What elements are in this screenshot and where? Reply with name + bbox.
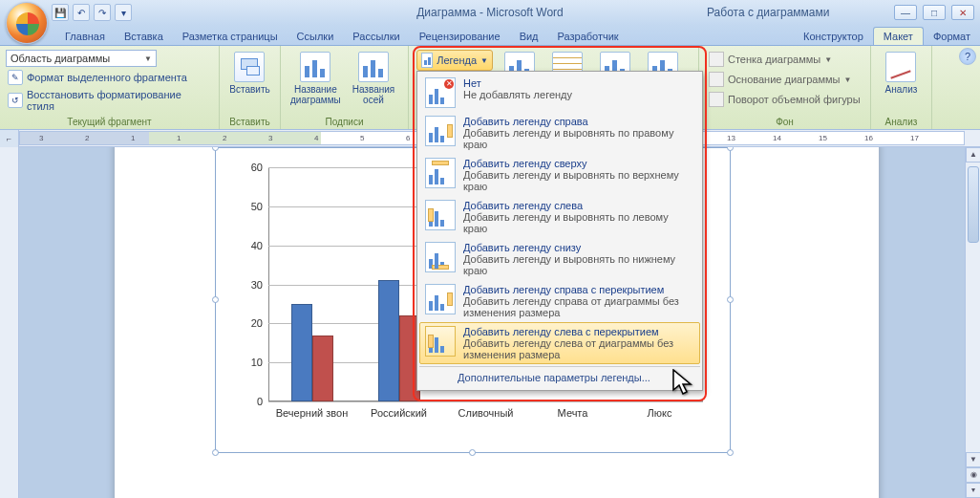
x-axis-label: Люкс	[648, 407, 672, 419]
qat-customize[interactable]: ▾	[115, 4, 132, 21]
legend-option-right[interactable]: Добавить легенду справаДобавить легенду …	[419, 112, 700, 154]
analysis-icon	[885, 52, 916, 82]
tab-Макет[interactable]: Макет	[873, 27, 924, 45]
help-button[interactable]: ?	[959, 48, 976, 65]
group-label-background: Фон	[705, 115, 864, 129]
scroll-down-arrow[interactable]: ▼	[966, 452, 980, 467]
rotate-icon	[709, 92, 724, 107]
bar[interactable]	[639, 400, 660, 401]
tab-Разметка страницы[interactable]: Разметка страницы	[173, 28, 288, 45]
ruler-corner[interactable]: ⌐	[0, 130, 19, 147]
chart-floor-button[interactable]: Основание диаграммы ▼	[705, 70, 855, 89]
maximize-button[interactable]: □	[923, 5, 946, 20]
insert-button[interactable]: Вставить	[225, 50, 273, 97]
tab-Рассылки[interactable]: Рассылки	[343, 28, 409, 45]
wall-icon	[709, 52, 724, 67]
x-axis-label: Российский	[371, 407, 427, 419]
legend-button-label: Легенда	[437, 54, 477, 66]
legend-option-left-ov[interactable]: Добавить легенду слева с перекрытиемДоба…	[419, 322, 700, 364]
tab-Вид[interactable]: Вид	[510, 28, 548, 45]
tab-Вставка[interactable]: Вставка	[115, 28, 173, 45]
context-tab-title: Работа с диаграммами	[707, 6, 830, 19]
bar[interactable]	[312, 336, 333, 401]
close-button[interactable]: ✕	[951, 5, 974, 20]
format-selection-button[interactable]: ✎Формат выделенного фрагмента	[6, 69, 189, 86]
format-icon: ✎	[8, 70, 23, 85]
ribbon-tabs: ГлавнаяВставкаРазметка страницыСсылкиРас…	[0, 25, 980, 46]
x-axis-label: Вечерний звон	[276, 407, 348, 419]
vertical-ruler[interactable]	[0, 147, 19, 498]
tab-Разработчик[interactable]: Разработчик	[548, 28, 628, 45]
bar[interactable]	[552, 400, 573, 401]
save-button[interactable]: 💾	[52, 4, 69, 21]
axis-titles-icon	[358, 52, 389, 82]
window-title: Диаграмма - Microsoft Word	[287, 6, 693, 19]
chart-title-icon	[300, 52, 330, 82]
group-label-selection: Текущий фрагмент	[6, 115, 213, 129]
x-axis-label: Сливочный	[458, 407, 514, 419]
bar[interactable]	[660, 400, 681, 401]
x-axis-label: Мечта	[558, 407, 588, 419]
floor-icon	[709, 72, 724, 87]
title-bar: 💾 ↶ ↷ ▾ Диаграмма - Microsoft Word Работ…	[0, 0, 980, 25]
tab-Рецензирование[interactable]: Рецензирование	[410, 28, 510, 45]
reset-style-button[interactable]: ↺Восстановить форматирование стиля	[6, 88, 213, 113]
legend-option-top[interactable]: Добавить легенду сверхуДобавить легенду …	[419, 154, 700, 196]
reset-icon: ↺	[8, 93, 23, 108]
legend-dropdown-menu: ✕НетНе добавлять легендуДобавить легенду…	[416, 71, 703, 391]
axis-titles-button[interactable]: Названия осей	[349, 50, 399, 107]
bar[interactable]	[573, 400, 594, 401]
group-label-insert: Вставить	[225, 115, 274, 129]
redo-button[interactable]: ↷	[94, 4, 111, 21]
bar[interactable]	[465, 400, 486, 401]
undo-button[interactable]: ↶	[73, 4, 90, 21]
scroll-up-arrow[interactable]: ▲	[966, 147, 980, 162]
rotate-3d-button[interactable]: Поворот объемной фигуры	[705, 90, 864, 109]
office-button[interactable]	[6, 2, 48, 44]
legend-more-options[interactable]: Дополнительные параметры легенды...	[419, 366, 700, 388]
legend-button[interactable]: Легенда ▼	[416, 50, 493, 71]
vertical-scrollbar[interactable]: ▲ ▼ ◉ ▾	[965, 147, 980, 498]
tab-Главная[interactable]: Главная	[55, 28, 115, 45]
chart-element-selector[interactable]: Область диаграммы▼	[6, 50, 157, 67]
tab-Конструктор[interactable]: Конструктор	[794, 28, 873, 45]
tab-Ссылки[interactable]: Ссылки	[288, 28, 344, 45]
group-label-analysis: Анализ	[877, 115, 926, 129]
tab-Формат[interactable]: Формат	[924, 28, 980, 45]
bar[interactable]	[486, 400, 507, 401]
legend-icon	[421, 53, 433, 68]
legend-option-none[interactable]: ✕НетНе добавлять легенду	[419, 74, 700, 112]
bar[interactable]	[378, 280, 399, 401]
minimize-button[interactable]: —	[894, 5, 917, 20]
analysis-button[interactable]: Анализ	[882, 50, 922, 97]
scroll-thumb[interactable]	[968, 166, 979, 243]
next-page-button[interactable]: ▾	[966, 483, 980, 498]
insert-icon	[234, 52, 265, 82]
legend-option-left[interactable]: Добавить легенду слеваДобавить легенду и…	[419, 196, 700, 238]
chart-wall-button[interactable]: Стенка диаграммы ▼	[705, 50, 836, 69]
bar[interactable]	[291, 304, 312, 401]
group-label-labels: Подписи	[287, 115, 402, 129]
legend-option-right-ov[interactable]: Добавить легенду справа с перекрытиемДоб…	[419, 280, 700, 322]
prev-page-button[interactable]: ◉	[966, 467, 980, 483]
quick-access-toolbar: 💾 ↶ ↷ ▾	[52, 4, 132, 21]
chart-title-button[interactable]: Название диаграммы	[287, 50, 345, 107]
legend-option-bottom[interactable]: Добавить легенду снизуДобавить легенду и…	[419, 238, 700, 280]
